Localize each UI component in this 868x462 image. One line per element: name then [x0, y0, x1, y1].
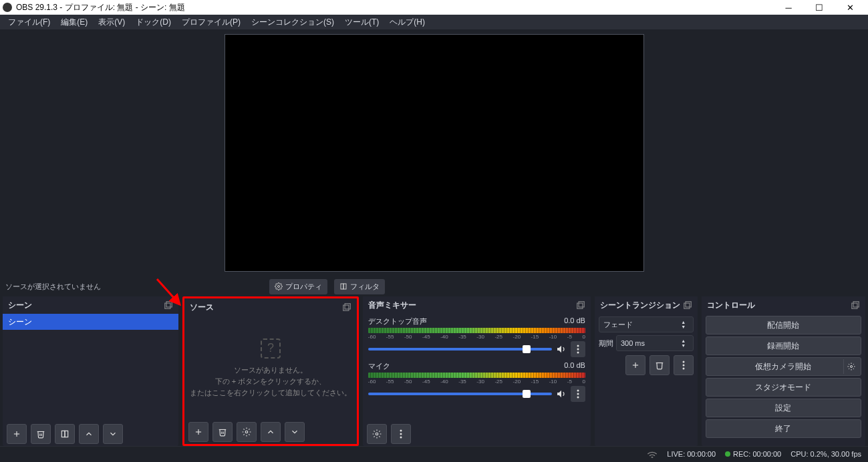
- docks-row: シーン シーン ソース ? ソースがありません。 下の + ボタンをクリックする…: [0, 296, 868, 446]
- network-icon: [647, 450, 658, 458]
- no-source-label: ソースが選択されていません: [5, 282, 101, 292]
- scene-item[interactable]: シーン: [3, 314, 178, 330]
- svg-rect-35: [852, 303, 857, 308]
- svg-rect-4: [166, 302, 172, 307]
- maximize-button[interactable]: ☐: [804, 0, 835, 15]
- scenes-title-label: シーン: [8, 300, 32, 311]
- menu-view[interactable]: 表示(V): [94, 15, 129, 29]
- svg-rect-9: [65, 431, 68, 437]
- duration-input[interactable]: 300 ms ▲▼: [616, 335, 694, 351]
- scene-up-button[interactable]: [79, 424, 99, 444]
- start-virtualcam-button[interactable]: 仮想カメラ開始: [706, 357, 861, 376]
- start-record-button[interactable]: 録画開始: [706, 336, 861, 355]
- track-db: 0.0 dB: [564, 316, 585, 326]
- status-cpu: CPU: 0.2%, 30.00 fps: [790, 450, 861, 458]
- svg-point-19: [577, 352, 579, 354]
- chevron-updown-icon: ▲▼: [678, 336, 689, 351]
- status-live: LIVE: 00:00:00: [667, 450, 716, 458]
- popout-icon[interactable]: [342, 302, 351, 312]
- minimize-button[interactable]: ─: [773, 0, 804, 15]
- remove-transition-button[interactable]: [649, 355, 670, 375]
- transition-select[interactable]: フェード ▲▼: [599, 316, 694, 332]
- studio-mode-button[interactable]: スタジオモード: [706, 378, 861, 397]
- exit-button[interactable]: 終了: [706, 419, 861, 438]
- transition-menu-button[interactable]: [674, 355, 694, 375]
- filters-button[interactable]: フィルタ: [334, 279, 385, 294]
- transitions-buttons: [595, 351, 698, 379]
- speaker-icon[interactable]: [556, 344, 567, 355]
- mixer-track-desktop: デスクトップ音声 0.0 dB -60-55-50-45-40-35-30-25…: [363, 314, 591, 359]
- svg-rect-10: [345, 304, 350, 309]
- popout-icon[interactable]: [851, 300, 860, 310]
- svg-point-36: [850, 366, 852, 368]
- svg-point-33: [682, 368, 684, 370]
- svg-point-23: [376, 433, 378, 435]
- transition-selected-label: フェード: [603, 320, 633, 330]
- transitions-dock: シーントランジション フェード ▲▼ 期間 300 ms ▲▼: [595, 296, 698, 446]
- svg-rect-2: [343, 284, 346, 289]
- mixer-body: デスクトップ音声 0.0 dB -60-55-50-45-40-35-30-25…: [363, 314, 591, 422]
- popout-icon[interactable]: [164, 300, 173, 310]
- source-properties-button[interactable]: [237, 422, 257, 442]
- mixer-menu-button[interactable]: [391, 424, 411, 444]
- window-titlebar: OBS 29.1.3 - プロファイル: 無題 - シーン: 無題 ─ ☐ ✕: [0, 0, 868, 15]
- app-icon: [3, 3, 12, 12]
- remove-source-button[interactable]: [212, 422, 233, 442]
- menu-scene-collection[interactable]: シーンコレクション(S): [247, 15, 338, 29]
- add-transition-button[interactable]: [625, 355, 645, 375]
- mixer-advanced-button[interactable]: [367, 424, 387, 444]
- menu-file[interactable]: ファイル(F): [4, 15, 54, 29]
- svg-rect-8: [61, 431, 65, 437]
- svg-point-25: [400, 433, 402, 435]
- menu-dock[interactable]: ドック(D): [132, 15, 175, 29]
- track-menu-button[interactable]: [571, 341, 585, 357]
- mixer-dock: 音声ミキサー デスクトップ音声 0.0 dB -60-55-50-45-40-3…: [363, 296, 591, 446]
- remove-scene-button[interactable]: [31, 424, 51, 444]
- add-scene-button[interactable]: [7, 424, 27, 444]
- audio-scale: -60-55-50-45-40-35-30-25-20-15-10-50: [368, 334, 585, 340]
- track-name: デスクトップ音声: [368, 316, 427, 326]
- menu-tools[interactable]: ツール(T): [341, 15, 383, 29]
- audio-meter: [368, 373, 585, 378]
- menu-edit[interactable]: 編集(E): [57, 15, 92, 29]
- window-title: OBS 29.1.3 - プロファイル: 無題 - シーン: 無題: [16, 2, 773, 13]
- controls-title: コントロール: [702, 296, 865, 314]
- sources-empty-line3: またはここを右クリックして追加してください。: [190, 388, 351, 398]
- sources-title-label: ソース: [190, 302, 214, 313]
- scene-down-button[interactable]: [103, 424, 123, 444]
- add-source-button[interactable]: [188, 422, 208, 442]
- properties-label: プロパティ: [285, 282, 322, 292]
- menu-profile[interactable]: プロファイル(P): [178, 15, 245, 29]
- source-up-button[interactable]: [261, 422, 281, 442]
- gear-icon: [275, 282, 283, 290]
- volume-slider[interactable]: [368, 393, 552, 395]
- close-button[interactable]: ✕: [835, 0, 865, 15]
- source-down-button[interactable]: [285, 422, 305, 442]
- svg-point-20: [577, 390, 579, 392]
- mixer-track-mic: マイク 0.0 dB -60-55-50-45-40-35-30-25-20-1…: [363, 359, 591, 403]
- scenes-list[interactable]: シーン: [3, 314, 178, 422]
- sources-empty-line1: ソースがありません。: [234, 365, 307, 375]
- sources-list[interactable]: ? ソースがありません。 下の + ボタンをクリックするか、 またはここを右クリ…: [184, 316, 356, 420]
- speaker-icon[interactable]: [556, 389, 567, 399]
- statusbar: LIVE: 00:00:00 REC: 00:00:00 CPU: 0.2%, …: [0, 446, 868, 461]
- preview-canvas[interactable]: [225, 34, 644, 272]
- track-name: マイク: [368, 361, 390, 371]
- track-menu-button[interactable]: [571, 386, 585, 402]
- popout-icon[interactable]: [683, 300, 692, 310]
- virtualcam-settings-button[interactable]: [843, 359, 858, 374]
- svg-rect-28: [684, 303, 689, 308]
- properties-button[interactable]: プロパティ: [269, 279, 327, 294]
- scene-filters-button[interactable]: [55, 424, 75, 444]
- start-stream-button[interactable]: 配信開始: [706, 316, 861, 334]
- filters-label: フィルタ: [350, 282, 380, 292]
- svg-point-22: [577, 397, 579, 399]
- popout-icon[interactable]: [576, 300, 585, 310]
- filter-icon: [339, 282, 347, 290]
- svg-point-32: [682, 365, 684, 367]
- volume-slider[interactable]: [368, 348, 552, 351]
- menu-help[interactable]: ヘルプ(H): [386, 15, 429, 29]
- settings-button[interactable]: 設定: [706, 399, 861, 417]
- svg-rect-34: [853, 302, 859, 307]
- track-db: 0.0 dB: [564, 361, 585, 371]
